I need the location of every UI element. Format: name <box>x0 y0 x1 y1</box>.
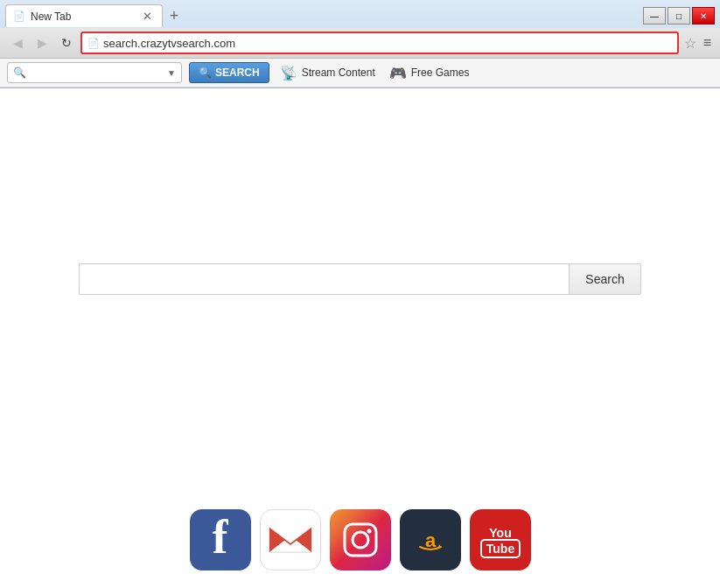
gmail-icon <box>266 515 315 564</box>
browser-content: Search f <box>0 88 720 588</box>
free-games-label: Free Games <box>411 66 470 79</box>
search-dropdown-icon[interactable]: ▼ <box>167 68 176 78</box>
youtube-shortcut[interactable]: You Tube <box>470 509 531 570</box>
stream-content-label: Stream Content <box>302 66 375 79</box>
address-favicon: 📄 <box>87 38 100 49</box>
instagram-icon <box>341 521 380 559</box>
svg-rect-7 <box>345 524 376 556</box>
back-button[interactable]: ◀ <box>7 32 28 53</box>
tab-favicon: 📄 <box>13 10 25 22</box>
amazon-icon: a <box>408 517 453 563</box>
title-bar: 📄 New Tab ✕ + — □ ✕ <box>0 0 720 28</box>
maximize-button[interactable]: □ <box>668 7 690 24</box>
svg-text:Tube: Tube <box>486 542 514 556</box>
svg-point-9 <box>367 529 371 534</box>
bookmark-star-icon[interactable]: ☆ <box>682 33 698 53</box>
main-search-area: Search <box>79 263 640 295</box>
toolbar-search-label: SEARCH <box>215 66 260 79</box>
free-games-link[interactable]: 🎮 Free Games <box>386 63 473 83</box>
svg-text:a: a <box>424 529 436 551</box>
toolbar: 🔍 ▼ 🔍 SEARCH 📡 Stream Content 🎮 Free Gam… <box>0 59 720 88</box>
facebook-icon: f <box>213 510 228 570</box>
instagram-shortcut[interactable] <box>330 509 391 570</box>
stream-icon: 📡 <box>280 65 297 81</box>
window-chrome: 📄 New Tab ✕ + — □ ✕ ◀ ▶ ↻ 📄 ☆ ≡ 🔍 ▼ 🔍 <box>0 0 720 88</box>
minimize-button[interactable]: — <box>643 7 666 24</box>
close-window-button[interactable]: ✕ <box>692 7 715 24</box>
main-search-input[interactable] <box>79 263 569 295</box>
window-controls: — □ ✕ <box>643 7 715 24</box>
gmail-shortcut[interactable] <box>260 509 321 570</box>
toolbar-search-icon: 🔍 <box>13 66 26 79</box>
new-tab-button[interactable]: + <box>163 4 185 27</box>
svg-text:You: You <box>489 526 511 540</box>
toolbar-search-button[interactable]: 🔍 SEARCH <box>189 62 269 83</box>
reload-button[interactable]: ↻ <box>56 32 77 53</box>
browser-tab[interactable]: 📄 New Tab ✕ <box>5 4 163 27</box>
svg-point-8 <box>353 532 368 548</box>
youtube-icon: You Tube <box>472 512 528 568</box>
tab-close-button[interactable]: ✕ <box>140 10 155 23</box>
address-bar[interactable]: 📄 <box>80 32 679 54</box>
navigation-bar: ◀ ▶ ↻ 📄 ☆ ≡ <box>0 28 720 59</box>
games-icon: 🎮 <box>389 65 407 81</box>
browser-menu-icon[interactable]: ≡ <box>702 33 713 52</box>
address-input[interactable] <box>103 37 672 50</box>
tab-title: New Tab <box>31 10 135 23</box>
forward-button[interactable]: ▶ <box>31 32 52 53</box>
facebook-shortcut[interactable]: f <box>190 509 251 570</box>
toolbar-search-box[interactable]: 🔍 ▼ <box>7 62 182 83</box>
stream-content-link[interactable]: 📡 Stream Content <box>276 63 379 83</box>
shortcut-icons-bar: f <box>190 509 531 570</box>
amazon-shortcut[interactable]: a <box>400 509 461 570</box>
toolbar-search-input[interactable] <box>30 66 164 79</box>
toolbar-search-icon2: 🔍 <box>199 66 212 79</box>
main-search-button[interactable]: Search <box>569 263 640 295</box>
